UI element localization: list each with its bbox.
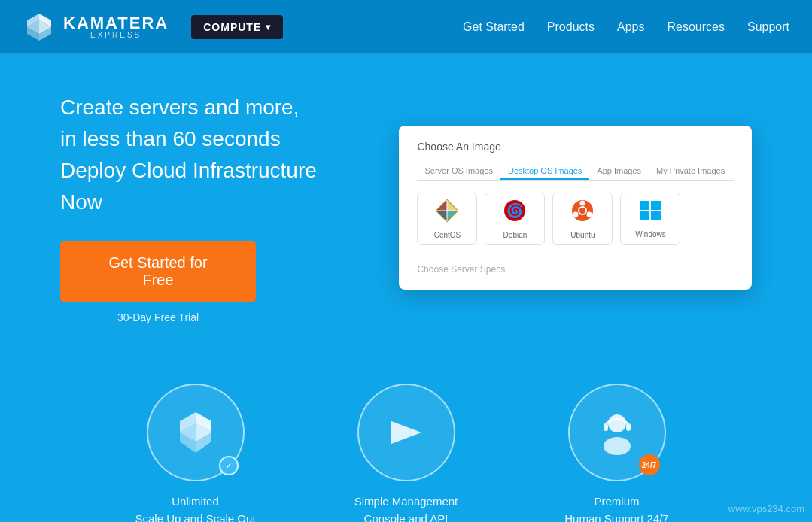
svg-text:🌀: 🌀 <box>506 202 524 219</box>
feature-support-label: Premium Human Support 24/7 <box>564 493 668 522</box>
logo: KAMATERA EXPRESS <box>23 11 169 44</box>
feature-unlimited-label: Unlimited Scale Up and Scale Out <box>135 493 255 522</box>
windows-icon <box>638 199 662 227</box>
os-grid: CentOS 🌀 Debian <box>417 193 734 245</box>
logo-text: KAMATERA EXPRESS <box>63 15 169 39</box>
feature-unlimited-circle: ✓ <box>147 384 245 481</box>
svg-point-32 <box>604 437 631 455</box>
logo-icon <box>23 11 56 44</box>
header: KAMATERA EXPRESS COMPUTE Get Started Pro… <box>0 0 812 54</box>
feature-management-label: Simple Management Console and API <box>354 493 458 522</box>
feature-management-circle <box>357 384 455 481</box>
management-icon <box>384 410 429 455</box>
tagline-line3: Deploy Cloud Infrastructure Now <box>60 155 354 218</box>
tab-desktop-os[interactable]: Desktop OS Images <box>500 163 589 180</box>
nav-products[interactable]: Products <box>547 20 595 34</box>
tagline-line1: Create servers and more, <box>60 92 354 123</box>
tab-app-images[interactable]: App Images <box>589 163 649 180</box>
os-debian[interactable]: 🌀 Debian <box>485 193 545 245</box>
feature-management: Simple Management Console and API <box>331 384 482 522</box>
centos-icon <box>435 199 459 228</box>
svg-rect-23 <box>651 211 661 220</box>
nav-support[interactable]: Support <box>747 20 789 34</box>
brand-sub: EXPRESS <box>63 32 169 39</box>
compute-dropdown[interactable]: COMPUTE <box>191 15 283 39</box>
main-nav: Get Started Products Apps Resources Supp… <box>463 20 789 34</box>
debian-label: Debian <box>503 231 528 239</box>
feature-unlimited: ✓ Unlimited Scale Up and Scale Out <box>120 384 271 522</box>
feature-support: 24/7 Premium Human Support 24/7 <box>542 384 692 522</box>
support-247-badge: 24/7 <box>639 454 660 475</box>
trial-text: 30-Day Free Trial <box>60 311 256 323</box>
svg-marker-30 <box>391 421 421 444</box>
windows-label: Windows <box>635 230 666 238</box>
os-centos[interactable]: CentOS <box>417 193 477 245</box>
centos-label: CentOS <box>434 231 461 239</box>
svg-rect-34 <box>626 423 631 431</box>
feature-support-circle: 24/7 <box>568 384 666 481</box>
panel-tabs: Server OS Images Desktop OS Images App I… <box>417 163 734 181</box>
svg-point-17 <box>587 212 592 217</box>
nav-get-started[interactable]: Get Started <box>463 20 525 34</box>
image-chooser-panel: Choose An Image Server OS Images Desktop… <box>399 126 752 290</box>
features-section: ✓ Unlimited Scale Up and Scale Out Simpl… <box>0 354 812 522</box>
os-ubuntu[interactable]: Ubuntu <box>552 193 613 245</box>
svg-rect-22 <box>640 211 649 220</box>
panel-footer: Choose Server Specs <box>417 256 734 275</box>
panel-title: Choose An Image <box>417 141 734 153</box>
tab-server-os[interactable]: Server OS Images <box>417 163 500 180</box>
tagline-line2: in less than 60 seconds <box>60 123 354 155</box>
debian-icon: 🌀 <box>503 199 527 228</box>
nav-apps[interactable]: Apps <box>617 20 644 34</box>
svg-rect-20 <box>640 201 649 210</box>
os-windows[interactable]: Windows <box>620 193 680 245</box>
hero-right: Choose An Image Server OS Images Desktop… <box>399 126 752 290</box>
svg-rect-33 <box>604 423 608 431</box>
svg-rect-21 <box>651 201 661 210</box>
hero-section: Create servers and more, in less than 60… <box>0 54 812 354</box>
hero-tagline: Create servers and more, in less than 60… <box>60 92 354 218</box>
svg-point-16 <box>580 201 585 206</box>
nav-resources[interactable]: Resources <box>667 20 724 34</box>
svg-point-18 <box>573 212 579 217</box>
svg-point-31 <box>608 414 626 432</box>
support-icon <box>592 407 643 458</box>
cta-button[interactable]: Get Started for Free <box>60 241 256 302</box>
brand-name: KAMATERA <box>63 15 169 32</box>
ubuntu-label: Ubuntu <box>570 231 595 239</box>
check-badge: ✓ <box>219 456 239 475</box>
unlimited-icon <box>169 406 222 459</box>
ubuntu-icon <box>570 199 595 228</box>
hero-left: Create servers and more, in less than 60… <box>60 92 354 323</box>
tab-private-images[interactable]: My Private Images <box>649 163 732 180</box>
